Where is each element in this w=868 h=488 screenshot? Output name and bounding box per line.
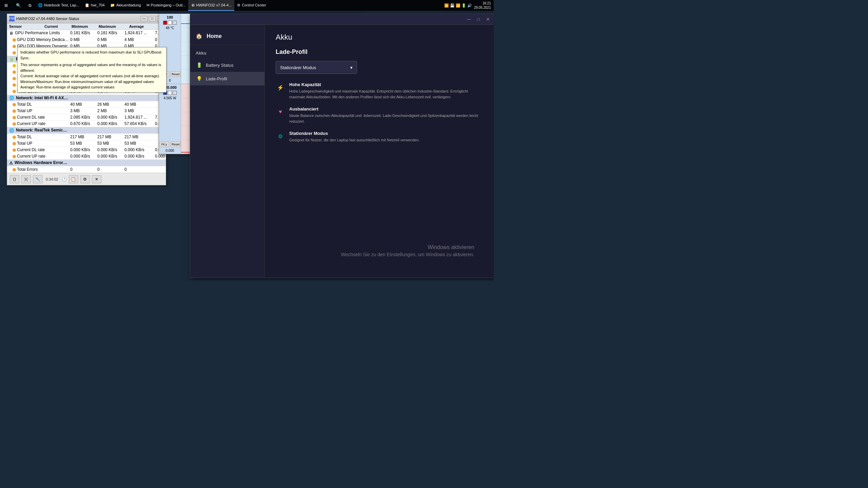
stationaer-title: Stationärer Modus (289, 131, 420, 136)
taskbar-icon-3: ✉ (146, 3, 150, 7)
gear-button[interactable]: ⚙ (80, 175, 90, 183)
row-min: 0.000 KB/s (97, 121, 124, 126)
hwinfo-column-headers: Sensor Current Minimum Maximum Average (7, 23, 166, 30)
tooltip-line2: This sensor represents a group of aggreg… (20, 62, 163, 73)
col-current: Current (44, 24, 71, 29)
taskbar-label-4: HWiNFO32 v7.04-4... (196, 3, 232, 7)
search-button[interactable]: 🔍 (12, 0, 24, 11)
windows-activate-notice: Windows aktivieren Wechseln Sie zu den E… (341, 244, 475, 257)
sidebar-battery-status[interactable]: 🔋 Battery Status (190, 58, 264, 72)
task-view-button[interactable]: ⧉ (24, 3, 35, 8)
tooltip-line5: Average: Run-time average of aggregated … (20, 84, 163, 90)
row-max: 53 MB (124, 141, 154, 146)
cc-minimize-button[interactable]: — (465, 16, 473, 23)
row-max: 57.654 KB/s (124, 121, 154, 126)
taskbar-icon-0: 🌐 (38, 3, 43, 7)
cc-close-button[interactable]: ✕ (484, 16, 492, 23)
table-row[interactable]: Total Errors 0 0 0 (7, 166, 166, 173)
profile-option-stationaer: ⚙ Stationärer Modus Geeignet für Nutzer,… (276, 131, 484, 143)
row-label: 🌐Network: Intel Wi-Fi 6 AX2... (8, 95, 70, 101)
row-current: 0.181 KB/s (70, 30, 97, 36)
cc-maximize-button[interactable]: □ (474, 16, 482, 23)
row-avg (154, 160, 166, 166)
close-toolbar-button[interactable]: ✕ (92, 175, 101, 183)
row-min: 53 MB (97, 141, 124, 146)
elapsed-time: 0:34:02 (46, 177, 58, 181)
taskbar-icon-4: 🖥 (191, 3, 195, 7)
table-row[interactable]: Total DL 40 MB 26 MB 40 MB (7, 101, 166, 108)
row-max: 4 MB (124, 37, 154, 42)
taskbar-icon-5: ⚙ (237, 3, 240, 7)
taskbar-item-3[interactable]: ✉ Posteingang – Outl... (144, 0, 189, 11)
row-label: 🌐Network: RealTek Semicon... (8, 127, 70, 133)
row-min (97, 160, 124, 166)
row-max: 3 MB (124, 108, 154, 114)
table-row[interactable]: Current DL rate 0.000 KB/s 0.000 KB/s 0.… (7, 147, 166, 153)
taskbar-item-2[interactable]: 📁 Akkuentladung (107, 0, 144, 11)
windows-activate-desc: Wechseln Sie zu den Einstellungen, um Wi… (341, 252, 475, 257)
gpu-tooltip: Indicates whether GPU performance is red… (17, 47, 166, 93)
system-clock: 16:21 29.05.2021 (474, 1, 491, 10)
dropdown-arrow-icon: ▾ (350, 65, 353, 70)
charge-profile-dropdown[interactable]: Stationärer Modus ▾ (276, 61, 357, 74)
table-row[interactable]: Current UP rate 0.670 KB/s 0.000 KB/s 57… (7, 121, 166, 127)
ausbalanciert-icon: ♥ (276, 107, 285, 117)
row-min (97, 95, 124, 101)
row-current: 217 MB (70, 134, 97, 140)
start-button[interactable]: ⊞ (0, 0, 12, 11)
row-max: 217 MB (124, 134, 154, 140)
cr-color-gray[interactable] (173, 91, 177, 95)
taskbar-items: 🌐 Notebook Test, Lap... 📋 hwi_704 📁 Akku… (35, 0, 441, 11)
table-row[interactable]: Total DL 217 MB 217 MB 217 MB (7, 134, 166, 140)
nav-prev-button[interactable]: ⟨⟩ (10, 175, 19, 183)
cc-sidebar: 🏠 Home Akku 🔋 Battery Status 💡 Lade-Prof… (190, 25, 265, 278)
chart-color-white[interactable] (168, 21, 172, 25)
battery-icon: 🔋 (196, 62, 202, 68)
table-row[interactable]: 🌐Network: Intel Wi-Fi 6 AX2... (7, 95, 166, 102)
nav-next-button[interactable]: ⟩⟨ (21, 175, 31, 183)
table-row[interactable]: Total UP 53 MB 53 MB 53 MB (7, 140, 166, 147)
table-row[interactable]: GPU D3D Memory Dedicated 0 MB 0 MB 4 MB … (7, 37, 166, 43)
table-row[interactable]: Total UP 3 MB 2 MB 3 MB (7, 108, 166, 114)
cc-akku-label: Akku (190, 48, 264, 58)
taskbar-item-4[interactable]: 🖥 HWiNFO32 v7.04-4... (188, 0, 234, 11)
copy-button[interactable]: 📋 (69, 175, 78, 183)
taskbar-icon-2: 📁 (110, 3, 115, 7)
row-label: Total DL (8, 134, 70, 140)
taskbar-label-3: Posteingang – Outl... (151, 3, 186, 7)
cr-left-val: 4.565 W (163, 96, 176, 100)
row-label: Total UP (8, 141, 70, 146)
cr-reset-button[interactable]: Reset (171, 142, 181, 147)
dropdown-value: Stationärer Modus (280, 65, 316, 70)
col-maximum: Maximum (98, 24, 129, 29)
col-sensor: Sensor (8, 24, 44, 29)
settings-button[interactable]: 🔧 (33, 175, 42, 183)
row-min: 0.000 KB/s (97, 115, 124, 120)
reset-button[interactable]: Reset (171, 72, 181, 77)
taskbar-item-0[interactable]: 🌐 Notebook Test, Lap... (35, 0, 82, 11)
hwinfo-maximize-button[interactable]: □ (149, 16, 156, 21)
row-avg (154, 167, 166, 172)
table-row[interactable]: 🖥GPU Performance Limits 0.181 KB/s 0.181… (7, 30, 166, 37)
lade-profil-icon: 💡 (196, 75, 202, 82)
hwinfo-minimize-button[interactable]: — (141, 16, 147, 21)
row-current: 0 MB (70, 37, 97, 42)
table-row[interactable]: Current DL rate 2.085 KB/s 0.000 KB/s 1,… (7, 114, 166, 121)
table-row[interactable]: ⚠Windows Hardware Errors ... (7, 160, 166, 166)
taskbar-label-2: Akkuentladung (116, 3, 141, 7)
table-row[interactable]: Current UP rate 0.000 KB/s 0.000 KB/s 0.… (7, 153, 166, 160)
row-label: 🖥GPU Performance Limits (8, 30, 70, 36)
cr-fit-button[interactable]: Fit y (159, 142, 169, 147)
taskbar-item-5[interactable]: ⚙ Control Center (234, 0, 269, 11)
chart-color-gray[interactable] (173, 21, 177, 25)
row-min: 2 MB (97, 108, 124, 114)
cr-color-white[interactable] (168, 91, 172, 95)
taskbar-item-1[interactable]: 📋 hwi_704 (82, 0, 107, 11)
hwinfo-title: HWiNFO32 v7.04-4480 Sensor Status (16, 17, 139, 21)
chart-color-red[interactable] (163, 21, 167, 25)
cc-page-title: Akku (276, 33, 484, 42)
row-min (97, 127, 124, 133)
table-row[interactable]: 🌐Network: RealTek Semicon... (7, 127, 166, 134)
sidebar-lade-profil[interactable]: 💡 Lade-Profil (190, 72, 264, 85)
chart-unit: 48 °C (165, 26, 174, 30)
